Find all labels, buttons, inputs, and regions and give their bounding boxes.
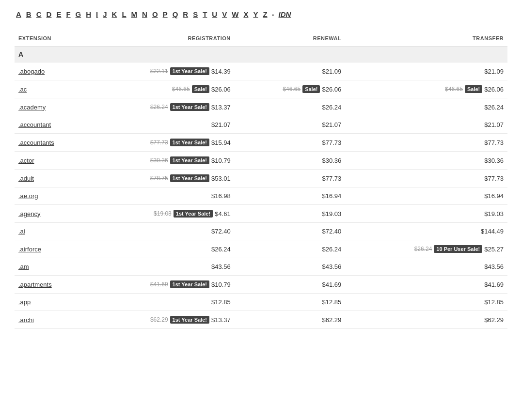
renewal-price: $12.85: [322, 298, 341, 306]
table-row: .academy$26.241st Year Sale!$13.37$26.24…: [15, 98, 507, 116]
reg-price: $14.39: [211, 68, 231, 75]
table-header-row: EXTENSION REGISTRATION RENEWAL TRANSFER: [15, 32, 507, 47]
transfer-sale-badge: Sale!: [465, 85, 482, 93]
extension-link[interactable]: .app: [18, 298, 31, 306]
extension-link[interactable]: .actor: [18, 157, 34, 164]
reg-sale-badge: Sale!: [192, 85, 209, 93]
registration-price-group: $72.40: [211, 228, 231, 235]
transfer-price-group: $30.36: [484, 157, 504, 164]
registration-price-group: $22.111st Year Sale!$14.39: [150, 67, 231, 75]
transfer-price: $21.07: [484, 121, 504, 128]
alphabet-letter-b[interactable]: B: [25, 10, 33, 19]
renewal-price-group: $72.40: [322, 228, 341, 235]
alphabet-letter-o[interactable]: O: [151, 10, 159, 19]
registration-price-group: $26.24: [211, 246, 231, 253]
alphabet-navigation: ABCDEFGHIJKLMNOPQRSTUVWXYZ-IDN: [15, 10, 507, 19]
extension-link[interactable]: .academy: [18, 104, 46, 111]
table-row: .abogado$22.111st Year Sale!$14.39$21.09…: [15, 62, 507, 80]
alphabet-letter-y[interactable]: Y: [252, 10, 259, 19]
alphabet-letter-f[interactable]: F: [64, 10, 72, 19]
reg-strike-price: $26.24: [150, 104, 168, 110]
registration-price-group: $46.65Sale!$26.06: [172, 85, 231, 93]
alphabet-letter-k[interactable]: K: [111, 10, 119, 19]
alphabet-letter-i[interactable]: I: [95, 10, 99, 19]
extension-link[interactable]: .adult: [18, 175, 34, 182]
reg-strike-price: $22.11: [150, 68, 168, 75]
table-row: .am$43.56$43.56$43.56: [15, 258, 507, 276]
renewal-price-group: $77.73: [322, 175, 341, 182]
alphabet-letter-p[interactable]: P: [161, 10, 169, 19]
reg-sale-badge: 1st Year Sale!: [170, 139, 209, 146]
extension-link[interactable]: .apartments: [18, 281, 52, 288]
col-renewal: RENEWAL: [235, 32, 346, 47]
alphabet-letter-m[interactable]: M: [130, 10, 139, 19]
alphabet-idn[interactable]: IDN: [277, 10, 293, 19]
renewal-price: $21.07: [322, 121, 341, 128]
table-row: .ai$72.40$72.40$144.49: [15, 223, 507, 240]
alphabet-letter-v[interactable]: V: [221, 10, 228, 19]
alphabet-letter-q[interactable]: Q: [171, 10, 180, 19]
transfer-price: $21.09: [484, 68, 504, 75]
transfer-price: $16.94: [484, 192, 504, 200]
alphabet-letter-j[interactable]: J: [101, 10, 108, 19]
reg-price: $4.61: [215, 210, 231, 218]
transfer-strike-price: $26.24: [414, 246, 432, 252]
extension-link[interactable]: .ac: [18, 86, 27, 93]
extension-link[interactable]: .agency: [18, 210, 41, 218]
col-transfer: TRANSFER: [345, 32, 507, 47]
extension-link[interactable]: .airforce: [18, 246, 41, 253]
reg-sale-badge: 1st Year Sale!: [170, 156, 209, 164]
reg-strike-price: $78.75: [150, 175, 168, 182]
registration-price-group: $16.98: [211, 192, 231, 200]
extension-link[interactable]: .accountant: [18, 121, 51, 128]
alphabet-letter-r[interactable]: R: [181, 10, 190, 19]
pricing-table: EXTENSION REGISTRATION RENEWAL TRANSFER …: [15, 32, 507, 329]
alphabet-letter-t[interactable]: T: [201, 10, 208, 19]
alphabet-letter-l[interactable]: L: [120, 10, 127, 19]
alphabet-letter-u[interactable]: U: [210, 10, 219, 19]
extension-link[interactable]: .accountants: [18, 139, 54, 146]
reg-strike-price: $62.29: [150, 316, 168, 323]
renewal-price-group: $46.65Sale!$26.06: [283, 85, 341, 93]
alphabet-letter-x[interactable]: X: [242, 10, 250, 19]
alphabet-letter-d[interactable]: D: [45, 10, 53, 19]
renewal-price: $77.73: [322, 175, 341, 182]
table-row: .apartments$41.691st Year Sale!$10.79$41…: [15, 276, 507, 294]
registration-price-group: $62.291st Year Sale!$13.37: [150, 316, 231, 324]
alphabet-letter-z[interactable]: Z: [261, 10, 269, 19]
transfer-price-group: $21.09: [484, 68, 504, 75]
reg-sale-badge: 1st Year Sale!: [170, 174, 209, 182]
extension-link[interactable]: .ae.org: [18, 192, 38, 200]
registration-price-group: $77.731st Year Sale!$15.94: [150, 139, 231, 146]
alphabet-letter-g[interactable]: G: [74, 10, 83, 19]
alphabet-separator: -: [272, 10, 274, 18]
reg-price: $10.79: [211, 281, 231, 288]
reg-price: $26.24: [211, 246, 231, 253]
transfer-price: $12.85: [484, 298, 504, 306]
extension-link[interactable]: .abogado: [18, 68, 45, 75]
reg-price: $10.79: [211, 157, 231, 164]
alphabet-letter-a[interactable]: A: [15, 10, 23, 19]
transfer-price-group: $43.56: [484, 263, 504, 270]
extension-link[interactable]: .am: [18, 263, 29, 270]
alphabet-letter-h[interactable]: H: [84, 10, 93, 19]
section-header-row: A: [15, 47, 507, 62]
alphabet-letter-e[interactable]: E: [55, 10, 63, 19]
alphabet-letter-w[interactable]: W: [230, 10, 240, 19]
table-row: .ac$46.65Sale!$26.06$46.65Sale!$26.06$46…: [15, 80, 507, 98]
registration-price-group: $41.691st Year Sale!$10.79: [150, 280, 231, 288]
alphabet-letter-n[interactable]: N: [141, 10, 149, 19]
extension-link[interactable]: .ai: [18, 228, 25, 235]
alphabet-letter-c[interactable]: C: [35, 10, 43, 19]
transfer-price-group: $46.65Sale!$26.06: [445, 85, 504, 93]
renewal-price-group: $41.69: [322, 281, 341, 288]
transfer-price-group: $62.29: [484, 316, 504, 324]
alphabet-letter-s[interactable]: S: [191, 10, 199, 19]
transfer-price-group: $19.03: [484, 210, 504, 218]
reg-strike-price: $19.03: [154, 210, 172, 217]
renewal-price-group: $26.24: [322, 104, 341, 111]
transfer-price: $43.56: [484, 263, 504, 270]
extension-link[interactable]: .archi: [18, 316, 34, 324]
transfer-price-group: $21.07: [484, 121, 504, 128]
renewal-strike-price: $46.65: [283, 86, 301, 93]
